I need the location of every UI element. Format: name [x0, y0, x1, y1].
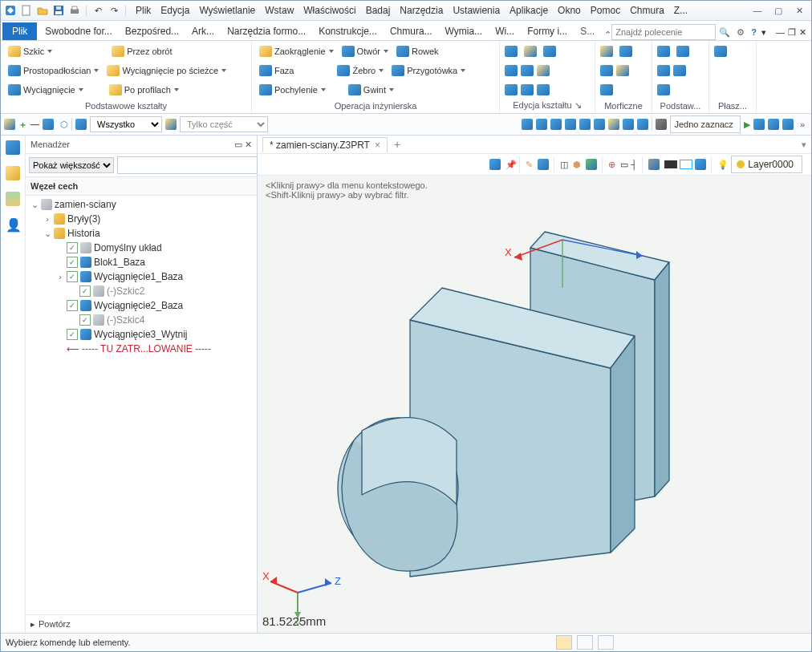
bulb-icon[interactable]: 💡	[717, 160, 729, 170]
tree-row[interactable]: ⌄zamien-sciany	[26, 197, 257, 212]
tb-r12[interactable]	[768, 119, 779, 130]
checkbox[interactable]	[67, 257, 78, 268]
menu-badaj[interactable]: Badaj	[361, 3, 396, 18]
select-mode[interactable]: Jedno zaznacz	[670, 115, 740, 133]
vt-pencil[interactable]: ✎	[526, 160, 533, 170]
tb-r9[interactable]	[637, 119, 648, 130]
tab-swobodne[interactable]: Swobodne for...	[39, 22, 118, 40]
view-close-icon[interactable]: ✕	[799, 27, 806, 38]
twisty-icon[interactable]: ⌄	[30, 200, 39, 210]
tabs-overflow-icon[interactable]: ⌃	[604, 30, 611, 40]
minimize-icon[interactable]: —	[749, 5, 766, 16]
search-icon[interactable]: 🔍	[719, 27, 730, 38]
tree-row[interactable]: ›Bryły(3)	[26, 212, 257, 226]
twisty-icon[interactable]: ›	[56, 272, 64, 281]
vt-pin[interactable]: 📌	[505, 160, 517, 170]
menu-chmura[interactable]: Chmura	[625, 3, 669, 18]
side-ico2[interactable]	[6, 166, 20, 180]
edit8-icon[interactable]	[521, 84, 534, 95]
tb-r10[interactable]	[656, 119, 667, 130]
vt-align[interactable]: ┤	[631, 160, 637, 169]
view-restore-icon[interactable]: ❐	[788, 27, 796, 38]
base1-icon[interactable]	[657, 46, 670, 57]
prosto-button[interactable]: Prostopadłościan	[6, 65, 101, 76]
hex-icon[interactable]: ⬡	[60, 119, 68, 130]
help-icon[interactable]: ?	[751, 27, 757, 37]
menu-okno[interactable]: Okno	[553, 3, 586, 18]
show-select[interactable]: Pokaż większość	[29, 157, 114, 173]
poch-button[interactable]: Pochylenie	[257, 84, 328, 95]
tab-close-icon[interactable]: ×	[375, 140, 380, 151]
morph1-icon[interactable]	[600, 46, 613, 57]
remove-icon[interactable]: —	[30, 119, 39, 129]
vt-target[interactable]: ⊕	[608, 160, 615, 170]
edit5-icon[interactable]	[521, 65, 534, 76]
obrot-button[interactable]: Przez obrót	[109, 46, 174, 57]
morph3-icon[interactable]	[600, 65, 613, 76]
tab-menu-icon[interactable]: ▾	[802, 140, 806, 150]
menu-z[interactable]: Z...	[669, 3, 692, 18]
twisty-icon[interactable]: ⌄	[43, 229, 51, 239]
checkbox[interactable]	[79, 286, 91, 297]
vt5[interactable]	[695, 159, 706, 170]
tree-row[interactable]: Domyślny układ	[26, 241, 257, 255]
part-select[interactable]: Tylko część	[180, 116, 268, 132]
side-ico3[interactable]	[6, 192, 20, 206]
new-icon[interactable]	[20, 4, 33, 17]
edit2-icon[interactable]	[524, 46, 537, 57]
new-tab-icon[interactable]: +	[394, 138, 400, 151]
tb-r8[interactable]	[623, 119, 634, 130]
tab-wi[interactable]: Wi...	[489, 22, 521, 40]
vt1[interactable]	[489, 159, 501, 170]
print-icon[interactable]	[68, 4, 81, 17]
menu-plik[interactable]: Plik	[131, 3, 156, 18]
status-ico3[interactable]	[598, 635, 614, 650]
vt-eye[interactable]: ▭	[620, 160, 628, 170]
tab-wymia[interactable]: Wymia...	[439, 22, 489, 40]
faza-button[interactable]: Faza	[257, 65, 296, 76]
layer-select[interactable]: Layer0000	[731, 156, 802, 173]
tb-r4[interactable]	[565, 119, 576, 130]
tb-r5[interactable]	[579, 119, 591, 130]
tb-r7[interactable]	[608, 119, 619, 130]
edit4-icon[interactable]	[505, 65, 518, 76]
tree-row[interactable]: Wyciągnięcie2_Baza	[26, 298, 257, 313]
tb-icon3[interactable]	[165, 119, 177, 130]
tab-konstrukcje[interactable]: Konstrukcje...	[312, 22, 384, 40]
save-icon[interactable]	[52, 4, 65, 17]
status-ico1[interactable]	[556, 635, 572, 650]
add-icon[interactable]: ＋	[18, 119, 27, 131]
sciezka-button[interactable]: Wyciągnięcie po ścieżce	[104, 65, 229, 76]
menu-wlasciwosci[interactable]: Właściwości	[298, 3, 360, 18]
maximize-icon[interactable]: ▢	[769, 5, 787, 16]
menu-pomoc[interactable]: Pomoc	[586, 3, 625, 18]
zaokr-button[interactable]: Zaokrąglenie	[257, 46, 336, 57]
vt4[interactable]	[648, 159, 660, 170]
pick-icon[interactable]	[4, 119, 15, 130]
vt-cube2[interactable]: ⬢	[573, 160, 581, 170]
gwint-button[interactable]: Gwint	[346, 84, 396, 95]
menu-ustawienia[interactable]: Ustawienia	[448, 3, 505, 18]
szkic-button[interactable]: Szkic	[6, 46, 55, 57]
checkbox[interactable]	[67, 271, 78, 282]
menu-narzedzia[interactable]: Narzędzia	[395, 3, 448, 18]
morph2-icon[interactable]	[619, 46, 632, 57]
checkbox[interactable]	[79, 314, 91, 326]
tab-chmura[interactable]: Chmura...	[384, 22, 439, 40]
edit1-icon[interactable]	[505, 46, 518, 57]
otwor-button[interactable]: Otwór	[339, 46, 391, 57]
tab-ark[interactable]: Ark...	[185, 22, 221, 40]
checkbox[interactable]	[67, 329, 78, 340]
menu-edycja[interactable]: Edycja	[156, 3, 194, 18]
vt-cube1[interactable]: ◫	[560, 160, 568, 170]
tb-r11[interactable]	[753, 119, 765, 130]
filter-select[interactable]: Wszystko	[90, 116, 162, 132]
tb-r3[interactable]	[550, 119, 562, 130]
tab-formy[interactable]: Formy i...	[521, 22, 574, 40]
play-icon[interactable]: ▶	[744, 119, 750, 130]
vt-black[interactable]	[664, 160, 677, 168]
checkbox[interactable]	[67, 242, 78, 253]
view-minimize-icon[interactable]: —	[771, 27, 785, 37]
status-ico2[interactable]	[577, 635, 593, 650]
side-ico1[interactable]	[6, 140, 20, 155]
